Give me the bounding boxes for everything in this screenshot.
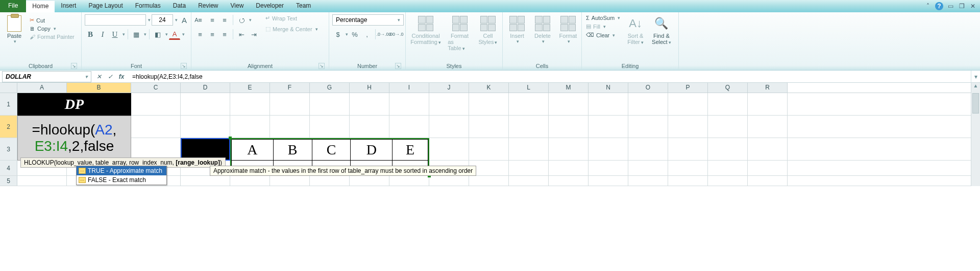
cell-I2[interactable] bbox=[389, 116, 429, 138]
bold-button[interactable]: B bbox=[85, 29, 96, 40]
column-header-J[interactable]: J bbox=[429, 83, 469, 93]
window-close-icon[interactable]: ✕ bbox=[969, 2, 977, 10]
cell-P2[interactable] bbox=[668, 116, 708, 138]
cell-P3[interactable] bbox=[668, 138, 708, 160]
cell-L2[interactable] bbox=[509, 116, 549, 138]
paste-button[interactable]: Paste ▾ bbox=[3, 14, 26, 45]
cell-K5[interactable] bbox=[469, 176, 509, 186]
select-all-button[interactable] bbox=[0, 83, 17, 93]
underline-button[interactable]: U bbox=[109, 29, 120, 40]
tab-data[interactable]: Data bbox=[167, 0, 192, 12]
cell-G5[interactable] bbox=[310, 176, 350, 186]
cell-O3[interactable] bbox=[628, 138, 668, 160]
copy-button[interactable]: Copy▾ bbox=[29, 25, 76, 32]
cell-N3[interactable] bbox=[589, 138, 628, 160]
column-header-A[interactable]: A bbox=[17, 83, 67, 93]
format-cells-button[interactable]: Format▾ bbox=[557, 14, 579, 45]
fill-button[interactable]: ▤Fill▾ bbox=[585, 22, 621, 30]
column-header-N[interactable]: N bbox=[589, 83, 628, 93]
column-header-C[interactable]: C bbox=[131, 83, 181, 93]
number-format-combo[interactable]: Percentage▾ bbox=[332, 14, 404, 26]
cell-D2[interactable] bbox=[181, 116, 230, 138]
formula-autocomplete-list[interactable]: ⋯TRUE - Approximate match⋯FALSE - Exact … bbox=[76, 166, 167, 185]
cell-E2[interactable] bbox=[230, 116, 270, 138]
column-header-E[interactable]: E bbox=[230, 83, 270, 93]
cell-C1[interactable] bbox=[131, 93, 181, 115]
align-right-button[interactable]: ≡ bbox=[219, 29, 230, 40]
cell-O5[interactable] bbox=[628, 176, 668, 186]
active-edit-cell[interactable]: =hlookup(A2, E3:I4,2,false bbox=[17, 116, 131, 161]
cell-K2[interactable] bbox=[469, 116, 509, 138]
column-header-G[interactable]: G bbox=[310, 83, 350, 93]
cell-Q3[interactable] bbox=[708, 138, 748, 160]
borders-button[interactable]: ▦ bbox=[131, 29, 142, 40]
clear-button[interactable]: ⌫Clear▾ bbox=[585, 31, 621, 39]
tab-home[interactable]: Home bbox=[26, 0, 55, 12]
row-header-5[interactable]: 5 bbox=[0, 176, 17, 186]
cell-H2[interactable] bbox=[350, 116, 389, 138]
cell-E1[interactable] bbox=[230, 93, 270, 115]
row-header-4[interactable]: 4 bbox=[0, 161, 17, 175]
grow-font-button[interactable]: A bbox=[179, 14, 190, 26]
decrease-decimal-button[interactable]: .00→.0 bbox=[390, 29, 402, 40]
cell-M3[interactable] bbox=[549, 138, 589, 160]
cell-L4[interactable] bbox=[509, 161, 549, 175]
accounting-format-button[interactable]: $ bbox=[332, 29, 344, 40]
wrap-text-button[interactable]: ↵Wrap Text bbox=[264, 14, 319, 22]
cell-styles-button[interactable]: Cell Styles▾ bbox=[477, 14, 499, 46]
formula-input[interactable]: =hlookup(A2,E3:I4,2,false bbox=[129, 73, 971, 80]
column-header-Q[interactable]: Q bbox=[708, 83, 748, 93]
tab-view[interactable]: View bbox=[225, 0, 250, 12]
cell-R5[interactable] bbox=[748, 176, 788, 186]
cell-Q2[interactable] bbox=[708, 116, 748, 138]
cell-M5[interactable] bbox=[549, 176, 589, 186]
range-handle-tl[interactable] bbox=[229, 137, 232, 140]
enter-formula-button[interactable]: ✓ bbox=[106, 72, 115, 81]
column-header-I[interactable]: I bbox=[389, 83, 429, 93]
cell-I5[interactable] bbox=[389, 176, 429, 186]
cell-L3[interactable] bbox=[509, 138, 549, 160]
orientation-button[interactable]: ⭯ bbox=[236, 14, 247, 26]
conditional-formatting-button[interactable]: Conditional Formatting▾ bbox=[409, 14, 443, 46]
cell-O1[interactable] bbox=[628, 93, 668, 115]
row-header-3[interactable]: 3 bbox=[0, 138, 17, 160]
cell-P4[interactable] bbox=[668, 161, 708, 175]
window-minimize-icon[interactable]: ▭ bbox=[946, 2, 954, 10]
autocomplete-option-0[interactable]: ⋯TRUE - Approximate match bbox=[77, 166, 166, 175]
cancel-formula-button[interactable]: ✕ bbox=[94, 72, 104, 81]
cell-J1[interactable] bbox=[429, 93, 469, 115]
cell-K3[interactable] bbox=[469, 138, 509, 160]
cell-K1[interactable] bbox=[469, 93, 509, 115]
worksheet-grid[interactable]: ABCDEFGHIJKLMNOPQR12345▲DP=hlookup(A2, E… bbox=[0, 83, 980, 186]
cell-L1[interactable] bbox=[509, 93, 549, 115]
merge-center-button[interactable]: ⬚Merge & Center▾ bbox=[264, 25, 319, 33]
column-header-L[interactable]: L bbox=[509, 83, 549, 93]
cell-F5[interactable] bbox=[270, 176, 310, 186]
find-select-button[interactable]: 🔍 Find & Select▾ bbox=[650, 14, 673, 46]
cut-button[interactable]: Cut bbox=[29, 16, 76, 24]
cell-R2[interactable] bbox=[748, 116, 788, 138]
cell-H1[interactable] bbox=[350, 93, 389, 115]
cell-M4[interactable] bbox=[549, 161, 589, 175]
cell-Q5[interactable] bbox=[708, 176, 748, 186]
cell-N5[interactable] bbox=[589, 176, 628, 186]
align-center-button[interactable]: ≡ bbox=[207, 29, 218, 40]
column-header-H[interactable]: H bbox=[350, 83, 389, 93]
cell-J3[interactable] bbox=[429, 138, 469, 160]
font-size-combo[interactable]: 24 bbox=[152, 14, 173, 26]
tab-page-layout[interactable]: Page Layout bbox=[82, 0, 129, 12]
column-header-R[interactable]: R bbox=[748, 83, 788, 93]
ribbon-minimize-icon[interactable]: ˄ bbox=[924, 2, 932, 10]
font-color-button[interactable]: A bbox=[169, 29, 180, 40]
cell-R3[interactable] bbox=[748, 138, 788, 160]
cell-P5[interactable] bbox=[668, 176, 708, 186]
column-header-O[interactable]: O bbox=[628, 83, 668, 93]
cell-N2[interactable] bbox=[589, 116, 628, 138]
cell-R1[interactable] bbox=[748, 93, 788, 115]
cell-A5[interactable] bbox=[17, 176, 67, 186]
align-left-button[interactable]: ≡ bbox=[194, 29, 206, 40]
cell-L5[interactable] bbox=[509, 176, 549, 186]
clipboard-dialog-launcher[interactable]: ↘ bbox=[71, 63, 77, 69]
fill-color-button[interactable]: ◧ bbox=[152, 29, 163, 40]
cell-H5[interactable] bbox=[350, 176, 389, 186]
